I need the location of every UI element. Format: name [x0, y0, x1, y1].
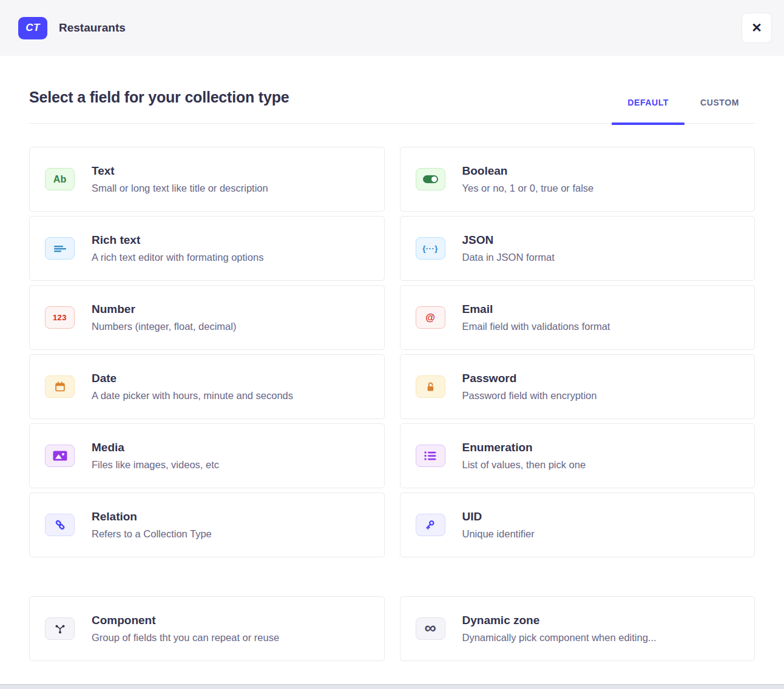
field-card-uid[interactable]: UID Unique identifier — [400, 492, 755, 557]
tab-default[interactable]: DEFAULT — [612, 98, 684, 123]
field-description: A date picker with hours, minute and sec… — [92, 390, 293, 402]
field-description: Password field with encryption — [462, 390, 597, 402]
field-card-number[interactable]: 123 Number Numbers (integer, float, deci… — [29, 285, 385, 350]
json-braces-icon: {···} — [416, 237, 445, 260]
component-nodes-icon — [45, 617, 75, 640]
text-field-icon: Ab — [45, 168, 75, 190]
field-title: Enumeration — [462, 441, 586, 454]
field-description: Group of fields tht you can repeat or re… — [92, 632, 279, 644]
field-description: Dynamically pick component when editing.… — [462, 632, 657, 644]
field-card-relation[interactable]: Relation Refers to a Collection Type — [29, 492, 385, 557]
field-card-email[interactable]: @ Email Email field with validations for… — [400, 285, 755, 350]
collection-type-badge: CT — [18, 17, 47, 39]
advanced-field-grid: Component Group of fields tht you can re… — [29, 596, 755, 661]
field-card-media[interactable]: Media Files like images, videos, etc — [29, 423, 385, 488]
field-description: Yes or no, 1 or 0, true or false — [462, 183, 594, 194]
modal-header: CT Restaurants ✕ — [0, 0, 784, 56]
richtext-field-icon — [45, 237, 75, 260]
field-card-enumeration[interactable]: Enumeration List of values, then pick on… — [400, 423, 755, 488]
field-title: UID — [462, 510, 535, 523]
field-card-json[interactable]: {···} JSON Data in JSON format — [400, 216, 755, 281]
tab-bar: DEFAULT CUSTOM — [612, 98, 755, 123]
media-image-icon — [45, 445, 75, 467]
title-row: Select a field for your collection type … — [29, 89, 755, 124]
field-title: Relation — [92, 510, 212, 523]
close-button[interactable]: ✕ — [742, 13, 772, 43]
field-card-component[interactable]: Component Group of fields tht you can re… — [29, 596, 385, 661]
tab-custom[interactable]: CUSTOM — [684, 98, 755, 123]
field-description: Files like images, videos, etc — [92, 459, 219, 471]
field-card-text[interactable]: Ab Text Small or long text like title or… — [29, 147, 385, 212]
field-title: Date — [92, 372, 293, 385]
field-title: Email — [462, 303, 610, 316]
field-description: Data in JSON format — [462, 252, 555, 263]
field-description: Unique identifier — [462, 528, 535, 540]
field-title: JSON — [462, 234, 555, 247]
toggle-icon — [416, 168, 445, 190]
field-column-right: Boolean Yes or no, 1 or 0, true or false… — [400, 147, 755, 557]
padlock-icon — [416, 375, 445, 398]
close-icon: ✕ — [751, 21, 762, 35]
field-description: Small or long text like title or descrip… — [92, 183, 268, 194]
bullet-list-icon — [416, 445, 445, 467]
calendar-icon — [45, 375, 75, 398]
advanced-column-left: Component Group of fields tht you can re… — [29, 596, 385, 661]
relation-link-icon — [45, 514, 75, 536]
modal-body: Select a field for your collection type … — [0, 89, 784, 661]
tab-default-label: DEFAULT — [627, 98, 669, 107]
footer-edge — [0, 684, 784, 689]
key-icon — [416, 514, 445, 536]
page-title: Select a field for your collection type — [29, 89, 289, 123]
field-title: Password — [462, 372, 597, 385]
field-card-password[interactable]: Password Password field with encryption — [400, 354, 755, 419]
field-title: Rich text — [92, 234, 263, 247]
number-field-icon: 123 — [45, 306, 75, 329]
field-description: Email field with validations format — [462, 321, 610, 332]
field-description: List of values, then pick one — [462, 459, 586, 471]
field-column-left: Ab Text Small or long text like title or… — [29, 147, 385, 557]
tab-custom-label: CUSTOM — [700, 98, 739, 107]
advanced-column-right: ∞ Dynamic zone Dynamically pick componen… — [400, 596, 755, 661]
field-title: Number — [92, 303, 236, 316]
field-card-boolean[interactable]: Boolean Yes or no, 1 or 0, true or false — [400, 147, 755, 212]
field-card-richtext[interactable]: Rich text A rich text editor with format… — [29, 216, 385, 281]
field-title: Boolean — [462, 164, 594, 178]
field-description: Numbers (integer, float, decimal) — [92, 321, 236, 332]
field-title: Text — [92, 164, 268, 178]
field-card-dynamic-zone[interactable]: ∞ Dynamic zone Dynamically pick componen… — [400, 596, 755, 661]
collection-name: Restaurants — [59, 21, 126, 35]
active-tab-indicator — [612, 123, 684, 125]
field-title: Media — [92, 441, 219, 454]
at-sign-icon: @ — [416, 306, 445, 329]
field-grid: Ab Text Small or long text like title or… — [29, 147, 755, 557]
field-title: Component — [92, 614, 279, 627]
field-description: Refers to a Collection Type — [92, 528, 212, 540]
infinity-icon: ∞ — [416, 617, 445, 640]
field-card-date[interactable]: Date A date picker with hours, minute an… — [29, 354, 385, 419]
field-description: A rich text editor with formating option… — [92, 252, 263, 263]
field-title: Dynamic zone — [462, 614, 657, 627]
